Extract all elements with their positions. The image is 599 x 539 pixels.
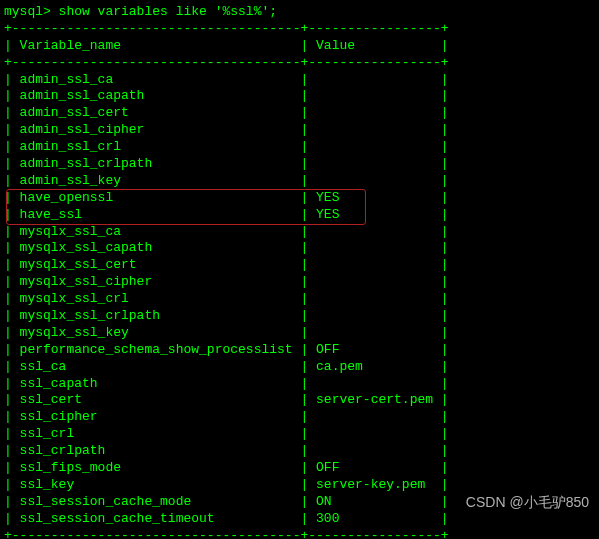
table-row: | ssl_cert | server-cert.pem | — [4, 392, 595, 409]
table-row: | admin_ssl_cipher | | — [4, 122, 595, 139]
table-row: | mysqlx_ssl_ca | | — [4, 224, 595, 241]
table-row: | mysqlx_ssl_crl | | — [4, 291, 595, 308]
table-row: | mysqlx_ssl_cert | | — [4, 257, 595, 274]
table-row: | ssl_capath | | — [4, 376, 595, 393]
table-row: | admin_ssl_crlpath | | — [4, 156, 595, 173]
table-row: | have_openssl | YES | — [4, 190, 595, 207]
watermark: CSDN @小毛驴850 — [466, 493, 589, 511]
table-row: | ssl_ca | ca.pem | — [4, 359, 595, 376]
table-row: | performance_schema_show_processlist | … — [4, 342, 595, 359]
table-divider-top: +-------------------------------------+-… — [4, 21, 595, 38]
table-row: | mysqlx_ssl_crlpath | | — [4, 308, 595, 325]
table-row: | admin_ssl_capath | | — [4, 88, 595, 105]
table-row: | mysqlx_ssl_capath | | — [4, 240, 595, 257]
table-row: | admin_ssl_cert | | — [4, 105, 595, 122]
table-row: | mysqlx_ssl_key | | — [4, 325, 595, 342]
table-row: | ssl_cipher | | — [4, 409, 595, 426]
table-row: | ssl_fips_mode | OFF | — [4, 460, 595, 477]
table-row: | ssl_key | server-key.pem | — [4, 477, 595, 494]
mysql-prompt: mysql> show variables like '%ssl%'; — [4, 4, 595, 21]
result-table: +-------------------------------------+-… — [4, 21, 595, 539]
table-row: | admin_ssl_crl | | — [4, 139, 595, 156]
table-row: | ssl_crl | | — [4, 426, 595, 443]
table-divider-bottom: +-------------------------------------+-… — [4, 528, 595, 539]
table-row: | have_ssl | YES | — [4, 207, 595, 224]
table-row: | ssl_crlpath | | — [4, 443, 595, 460]
table-divider-mid: +-------------------------------------+-… — [4, 55, 595, 72]
table-row: | ssl_session_cache_timeout | 300 | — [4, 511, 595, 528]
table-row: | mysqlx_ssl_cipher | | — [4, 274, 595, 291]
table-row: | admin_ssl_ca | | — [4, 72, 595, 89]
table-row: | admin_ssl_key | | — [4, 173, 595, 190]
table-header-row: | Variable_name | Value | — [4, 38, 595, 55]
